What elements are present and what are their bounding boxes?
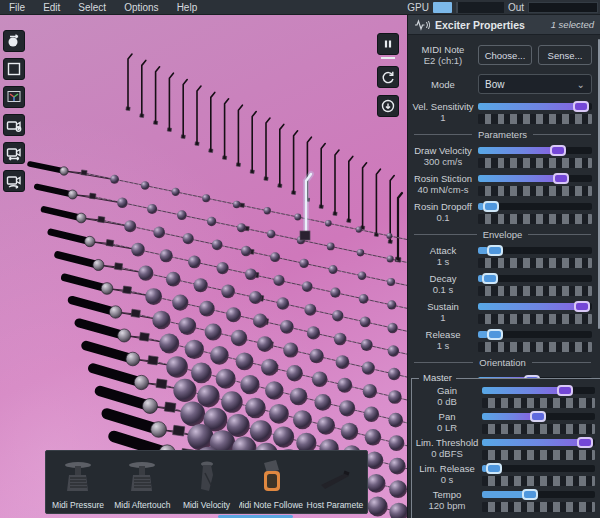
circle-arrow-tool-button[interactable] bbox=[3, 30, 25, 52]
param-slider[interactable] bbox=[482, 411, 595, 422]
slider-handle[interactable] bbox=[553, 173, 569, 184]
slider-handle[interactable] bbox=[487, 329, 503, 340]
param-slider[interactable] bbox=[478, 101, 592, 112]
palette-item-midi-note-follower[interactable]: Midi Note Follower bbox=[239, 451, 303, 513]
mod-keyboard-strip[interactable] bbox=[478, 314, 592, 324]
out-label: Out bbox=[508, 2, 524, 13]
param-row-rosin-stiction: Rosin Stiction40 mN/cm-s bbox=[408, 170, 597, 198]
out-meter bbox=[528, 2, 598, 13]
param-slider[interactable] bbox=[482, 463, 595, 474]
palette-item-midi-pressure[interactable]: Midi Pressure bbox=[46, 451, 110, 513]
properties-panel: Exciter Properties 1 selected MIDI Note … bbox=[407, 15, 600, 518]
mod-keyboard-strip[interactable] bbox=[482, 398, 595, 408]
mode-label: Mode bbox=[408, 79, 478, 90]
slider-handle[interactable] bbox=[550, 145, 566, 156]
menu-item-file[interactable]: File bbox=[0, 0, 34, 15]
sense-button[interactable]: Sense... bbox=[538, 45, 592, 65]
menu-item-options[interactable]: Options bbox=[115, 0, 167, 15]
slider-handle[interactable] bbox=[574, 301, 590, 312]
transport-toolbar bbox=[377, 33, 399, 117]
mod-keyboard-strip[interactable] bbox=[482, 450, 595, 460]
palette-item-midi-aftertouch[interactable]: Midi Aftertouch bbox=[110, 451, 174, 513]
reset-icon bbox=[380, 69, 396, 85]
param-label: Release1 s bbox=[408, 329, 478, 351]
param-row-draw-velocity: Draw Velocity300 cm/s bbox=[408, 142, 597, 170]
panel-title: Exciter Properties bbox=[435, 19, 546, 31]
camera-orbit-tool-button[interactable] bbox=[3, 170, 25, 192]
mod-keyboard-strip[interactable] bbox=[482, 502, 595, 512]
palette-item-host-paramete[interactable]: Host Paramete bbox=[303, 451, 367, 513]
pause-button[interactable] bbox=[377, 33, 399, 55]
param-label: Sustain1 bbox=[408, 301, 478, 323]
slider-handle[interactable] bbox=[483, 201, 499, 212]
camera-zoom-tool-button[interactable] bbox=[3, 114, 25, 136]
param-label: Gain0 dB bbox=[412, 385, 482, 407]
circle-down-arrow-icon bbox=[380, 98, 396, 114]
frame-select-tool-button[interactable] bbox=[3, 58, 25, 80]
master-legend: Master bbox=[419, 372, 456, 383]
param-slider[interactable] bbox=[478, 301, 592, 312]
section-header: Parameters bbox=[408, 126, 597, 142]
3d-viewport[interactable]: Midi PressureMidi AftertouchMidi Velocit… bbox=[0, 15, 407, 518]
mod-keyboard-strip[interactable] bbox=[478, 158, 592, 168]
camera-pan-tool-button[interactable] bbox=[3, 142, 25, 164]
slider-handle[interactable] bbox=[577, 437, 593, 448]
exciter-icon bbox=[414, 19, 430, 31]
wedge-thumbnail bbox=[188, 458, 226, 500]
slider-handle[interactable] bbox=[557, 385, 573, 396]
param-slider[interactable] bbox=[482, 437, 595, 448]
mic-block-thumbnail bbox=[123, 458, 161, 500]
mod-keyboard-strip[interactable] bbox=[482, 476, 595, 486]
mod-keyboard-strip[interactable] bbox=[478, 286, 592, 296]
selection-count: 1 selected bbox=[551, 19, 594, 30]
param-label: Lim. Threshold0 dBFS bbox=[412, 437, 482, 459]
menu-bar: FileEditSelectOptionsHelp GPU Out bbox=[0, 0, 600, 15]
reset-button[interactable] bbox=[377, 66, 399, 88]
mod-keyboard-strip[interactable] bbox=[482, 424, 595, 434]
pause-icon bbox=[380, 36, 396, 52]
param-slider[interactable] bbox=[482, 385, 595, 396]
slider-handle[interactable] bbox=[487, 245, 503, 256]
gpu-meter-track bbox=[456, 2, 504, 13]
param-slider[interactable] bbox=[478, 145, 592, 156]
selected-bow-exciter[interactable] bbox=[300, 174, 311, 240]
slider-handle[interactable] bbox=[522, 489, 538, 500]
menu-item-edit[interactable]: Edit bbox=[34, 0, 69, 15]
param-row-attack: Attack1 s bbox=[408, 242, 597, 270]
mod-keyboard-strip[interactable] bbox=[478, 114, 592, 124]
palette-item-midi-velocity[interactable]: Midi Velocity bbox=[174, 451, 238, 513]
axes-gizmo-tool-button[interactable] bbox=[3, 86, 25, 108]
mod-keyboard-strip[interactable] bbox=[478, 258, 592, 268]
slider-handle[interactable] bbox=[486, 463, 502, 474]
param-row-release: Release1 s bbox=[408, 326, 597, 354]
slider-handle[interactable] bbox=[573, 101, 589, 112]
mod-keyboard-strip[interactable] bbox=[478, 342, 592, 352]
palette-item-label: Midi Pressure bbox=[52, 500, 104, 510]
palette-item-label: Host Paramete bbox=[307, 500, 364, 510]
param-slider[interactable] bbox=[478, 245, 592, 256]
mod-keyboard-strip[interactable] bbox=[478, 214, 592, 224]
param-label: Attack1 s bbox=[408, 245, 478, 267]
param-slider[interactable] bbox=[478, 329, 592, 340]
param-label: Draw Velocity300 cm/s bbox=[408, 145, 478, 167]
param-slider[interactable] bbox=[478, 201, 592, 212]
circle-down-arrow-button[interactable] bbox=[377, 95, 399, 117]
slider-handle[interactable] bbox=[482, 273, 498, 284]
orange-box-thumbnail bbox=[252, 458, 290, 500]
section-header: Orientation bbox=[408, 354, 597, 370]
performance-meters: GPU Out bbox=[407, 0, 598, 15]
menu-item-help[interactable]: Help bbox=[168, 0, 207, 15]
slider-handle[interactable] bbox=[530, 411, 546, 422]
3d-scene[interactable] bbox=[0, 15, 407, 518]
param-slider[interactable] bbox=[478, 273, 592, 284]
mode-select[interactable]: Bow ⌄ bbox=[478, 74, 592, 94]
param-slider[interactable] bbox=[478, 173, 592, 184]
gpu-label: GPU bbox=[407, 2, 429, 13]
menu-item-select[interactable]: Select bbox=[69, 0, 115, 15]
master-rows: Gain0 dBPan0 LRLim. Threshold0 dBFSLim. … bbox=[412, 383, 600, 513]
param-row-sustain: Sustain1 bbox=[408, 298, 597, 326]
mod-keyboard-strip[interactable] bbox=[478, 186, 592, 196]
parameter-rows: Vel. Sensitivity1ParametersDraw Velocity… bbox=[408, 98, 597, 398]
param-slider[interactable] bbox=[482, 489, 595, 500]
choose-button[interactable]: Choose... bbox=[478, 45, 532, 65]
